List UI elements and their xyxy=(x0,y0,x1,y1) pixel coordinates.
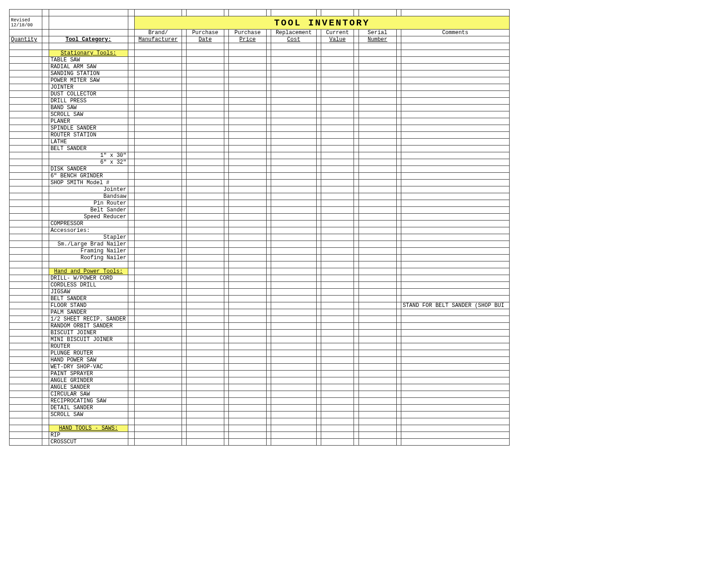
replacement-cell[interactable] xyxy=(271,70,316,77)
gap-cell[interactable] xyxy=(354,77,359,84)
gap-cell[interactable] xyxy=(128,214,134,221)
gap-cell[interactable] xyxy=(396,275,401,282)
pdate-cell[interactable] xyxy=(187,221,224,227)
gap-cell[interactable] xyxy=(354,282,359,289)
tool-name[interactable]: RADIAL ARM SAW xyxy=(49,64,128,70)
pdate-cell[interactable] xyxy=(187,309,224,316)
gap-cell[interactable] xyxy=(396,30,401,36)
gap-cell[interactable] xyxy=(224,166,228,173)
gap-cell[interactable] xyxy=(266,139,271,146)
gap-cell[interactable] xyxy=(266,91,271,98)
gap-cell[interactable] xyxy=(182,91,186,98)
price-cell[interactable] xyxy=(229,152,267,159)
qty-cell[interactable] xyxy=(10,398,42,405)
replacement-cell[interactable] xyxy=(271,193,316,200)
tool-name[interactable]: BISCUIT JOINER xyxy=(49,330,128,336)
replacement-cell[interactable] xyxy=(271,111,316,118)
gap-cell[interactable] xyxy=(182,391,186,398)
tool-name[interactable]: ANGLE SANDER xyxy=(49,384,128,391)
replacement-cell[interactable] xyxy=(271,439,316,446)
value-cell[interactable] xyxy=(321,398,354,405)
brand-cell[interactable] xyxy=(135,207,182,214)
qty-cell[interactable] xyxy=(10,234,42,241)
gap-cell[interactable] xyxy=(396,50,401,57)
gap-cell[interactable] xyxy=(224,43,228,50)
replacement-cell[interactable] xyxy=(271,248,316,255)
gap-cell[interactable] xyxy=(128,43,134,50)
qty-cell[interactable] xyxy=(10,221,42,227)
gap-cell[interactable] xyxy=(396,336,401,343)
price-cell[interactable] xyxy=(229,193,267,200)
gap-cell[interactable] xyxy=(128,377,134,384)
comments-cell[interactable] xyxy=(401,193,509,200)
gap-cell[interactable] xyxy=(182,302,186,309)
serial-cell[interactable] xyxy=(359,111,396,118)
gap-cell[interactable] xyxy=(396,425,401,432)
tool-name[interactable]: Bandsaw xyxy=(49,193,128,200)
qty-cell[interactable] xyxy=(10,330,42,336)
gap-cell[interactable] xyxy=(316,418,321,425)
gap-cell[interactable] xyxy=(128,302,134,309)
gap-cell[interactable] xyxy=(182,43,186,50)
pdate-cell[interactable] xyxy=(187,70,224,77)
gap-cell[interactable] xyxy=(266,316,271,323)
gap-cell[interactable] xyxy=(42,316,49,323)
gap-cell[interactable] xyxy=(128,268,134,275)
gap-cell[interactable] xyxy=(224,227,228,234)
gap-cell[interactable] xyxy=(396,432,401,439)
gap-cell[interactable] xyxy=(182,125,186,132)
gap-cell[interactable] xyxy=(224,336,228,343)
gap-cell[interactable] xyxy=(354,289,359,296)
gap-cell[interactable] xyxy=(128,118,134,125)
replacement-cell[interactable] xyxy=(271,309,316,316)
gap-cell[interactable] xyxy=(396,214,401,221)
pdate-cell[interactable] xyxy=(187,350,224,357)
gap-cell[interactable] xyxy=(128,425,134,432)
gap-cell[interactable] xyxy=(316,289,321,296)
comments-cell[interactable] xyxy=(401,384,509,391)
replacement-cell[interactable] xyxy=(271,350,316,357)
gap-cell[interactable] xyxy=(354,193,359,200)
gap-cell[interactable] xyxy=(316,336,321,343)
price-cell[interactable] xyxy=(229,371,267,377)
value-cell[interactable] xyxy=(321,98,354,105)
gap-cell[interactable] xyxy=(316,77,321,84)
gap-cell[interactable] xyxy=(42,193,49,200)
gap-cell[interactable] xyxy=(128,323,134,330)
gap-cell[interactable] xyxy=(182,10,186,16)
serial-cell[interactable] xyxy=(359,91,396,98)
gap-cell[interactable] xyxy=(396,364,401,371)
gap-cell[interactable] xyxy=(128,152,134,159)
price-cell[interactable] xyxy=(229,432,267,439)
comments-cell[interactable] xyxy=(401,336,509,343)
serial-cell[interactable] xyxy=(359,316,396,323)
gap-cell[interactable] xyxy=(266,411,271,418)
gap-cell[interactable] xyxy=(182,227,186,234)
qty-cell[interactable] xyxy=(10,139,42,146)
gap-cell[interactable] xyxy=(266,57,271,64)
serial-cell[interactable] xyxy=(359,391,396,398)
serial-cell[interactable] xyxy=(359,336,396,343)
gap-cell[interactable] xyxy=(128,411,134,418)
gap-cell[interactable] xyxy=(224,350,228,357)
qty-cell[interactable] xyxy=(10,132,42,139)
gap-cell[interactable] xyxy=(354,186,359,193)
gap-cell[interactable] xyxy=(396,241,401,248)
value-cell[interactable] xyxy=(321,146,354,152)
comments-cell[interactable] xyxy=(401,118,509,125)
gap-cell[interactable] xyxy=(128,343,134,350)
comments-cell[interactable] xyxy=(401,57,509,64)
gap-cell[interactable] xyxy=(42,227,49,234)
gap-cell[interactable] xyxy=(42,91,49,98)
serial-cell[interactable] xyxy=(359,439,396,446)
price-cell[interactable] xyxy=(229,296,267,302)
price-cell[interactable] xyxy=(229,111,267,118)
value-cell[interactable] xyxy=(321,357,354,364)
gap-cell[interactable] xyxy=(224,330,228,336)
gap-cell[interactable] xyxy=(316,111,321,118)
pdate-cell[interactable] xyxy=(187,248,224,255)
gap-cell[interactable] xyxy=(182,425,186,432)
gap-cell[interactable] xyxy=(266,234,271,241)
gap-cell[interactable] xyxy=(224,282,228,289)
serial-cell[interactable] xyxy=(359,384,396,391)
